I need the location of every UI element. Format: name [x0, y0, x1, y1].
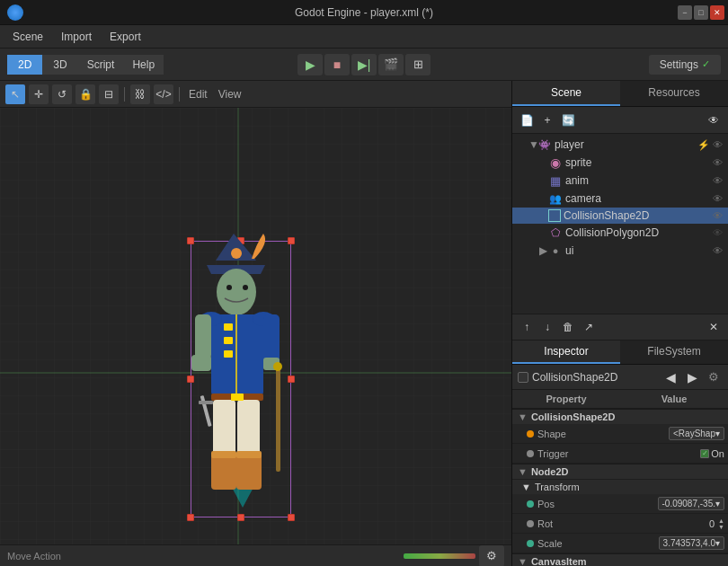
select-tool[interactable]: ↖ — [5, 84, 25, 104]
player-lightning: ⚡ — [697, 139, 710, 151]
section-canvas-item[interactable]: ▼ CanvasItem — [512, 553, 728, 566]
play-button[interactable]: ▶ — [297, 54, 323, 75]
view-mode-tabs: 2D 3D Script Help — [7, 55, 164, 75]
status-right: ⚙ — [404, 545, 504, 567]
anim-label: anim — [565, 174, 713, 187]
val-column-header: Value — [620, 390, 728, 408]
view-label[interactable]: View — [218, 88, 242, 101]
code-tool[interactable]: </> — [154, 84, 173, 104]
svg-point-18 — [273, 362, 282, 371]
sub-section-transform[interactable]: ▼ Transform — [512, 479, 728, 494]
close-button[interactable]: ✕ — [710, 5, 724, 20]
tab-inspector[interactable]: Inspector — [512, 340, 620, 364]
inspector-gear-icon[interactable]: ⚙ — [705, 368, 723, 386]
transform-arrow: ▼ — [521, 482, 531, 492]
tree-item-collision-shape[interactable]: CollisionShape2D 👁 — [512, 208, 728, 224]
tab-3d[interactable]: 3D — [42, 55, 77, 75]
settings-button[interactable]: Settings ✓ — [649, 55, 721, 75]
maximize-button[interactable]: □ — [694, 5, 708, 20]
scene-tabs: Scene Resources — [512, 81, 728, 107]
svg-rect-24 — [211, 451, 236, 458]
anim-vis: 👁 — [713, 175, 723, 186]
viewport-toolbar: ↖ ✛ ↺ 🔒 ⊟ ⛓ </> Edit View — [0, 81, 511, 108]
rot-spinbox[interactable]: ▲ ▼ — [718, 517, 724, 530]
rot-prop-icon — [527, 520, 534, 527]
rotate-tool[interactable]: ↺ — [52, 84, 72, 104]
viewport: ↖ ✛ ↺ 🔒 ⊟ ⛓ </> Edit View — [0, 81, 512, 566]
movie-button[interactable]: 🎬 — [378, 54, 404, 75]
svg-rect-23 — [236, 454, 262, 490]
scene-refresh-icon[interactable]: 🔄 — [559, 111, 577, 129]
audio-meter — [404, 553, 475, 559]
tree-item-anim[interactable]: ▦ anim 👁 — [512, 172, 728, 190]
step-button[interactable]: ▶| — [351, 54, 377, 75]
tab-2d[interactable]: 2D — [7, 55, 42, 75]
scene-add-icon[interactable]: + — [538, 111, 556, 129]
pos-value-dropdown[interactable]: -0.09087,-35.▾ — [658, 497, 725, 510]
anim-icon: ▦ — [548, 173, 563, 188]
lock-tool[interactable]: 🔒 — [75, 84, 95, 104]
scene-tree: ▼ 👾 player ⚡ 👁 ◉ sprite 👁 ▦ a — [512, 134, 728, 314]
scene-close-icon[interactable]: ✕ — [705, 318, 723, 336]
tree-item-collision-polygon[interactable]: ⬠ CollisionPolygon2D 👁 — [512, 224, 728, 242]
scene-new-icon[interactable]: 📄 — [518, 111, 536, 129]
tab-script[interactable]: Script — [78, 55, 124, 75]
svg-rect-8 — [224, 323, 233, 331]
move-tool[interactable]: ✛ — [29, 84, 49, 104]
menu-scene[interactable]: Scene — [4, 28, 52, 46]
svg-rect-9 — [224, 337, 233, 344]
group-tool[interactable]: ⊟ — [99, 84, 119, 104]
tab-help[interactable]: Help — [123, 55, 164, 75]
trigger-prop-label: Trigger — [537, 448, 568, 459]
svg-rect-15 — [263, 314, 280, 364]
tab-scene[interactable]: Scene — [512, 81, 620, 106]
edit-label[interactable]: Edit — [189, 88, 208, 101]
inspector-node-name: CollisionShape2D — [532, 371, 658, 384]
scene-delete-icon[interactable]: 🗑 — [559, 318, 577, 336]
shape-prop-icon — [527, 430, 534, 438]
player-vis: 👁 — [713, 139, 723, 150]
scene-up-icon[interactable]: ↑ — [518, 318, 536, 336]
sprite-icon: ◉ — [548, 155, 563, 170]
tree-item-ui[interactable]: ▶ ● ui 👁 — [512, 242, 728, 260]
section-collision-shape[interactable]: ▼ CollisionShape2D — [512, 409, 728, 424]
inspector-next-button[interactable]: ▶ — [683, 368, 701, 386]
shape-value-dropdown[interactable]: <RayShap▾ — [669, 427, 724, 440]
window-controls: − □ ✕ — [678, 5, 724, 20]
prop-rot: Rot 0 ▲ ▼ — [512, 514, 728, 534]
rot-down-arrow[interactable]: ▼ — [718, 524, 724, 530]
menu-export[interactable]: Export — [101, 28, 150, 46]
section-node2d[interactable]: ▼ Node2D — [512, 464, 728, 479]
collision-polygon-vis: 👁 — [713, 227, 723, 238]
rot-up-arrow[interactable]: ▲ — [718, 517, 724, 524]
svg-rect-26 — [231, 394, 244, 401]
grid-button[interactable]: ⊞ — [405, 54, 431, 75]
inspector-prev-button[interactable]: ◀ — [661, 368, 679, 386]
node-enabled-checkbox[interactable] — [518, 372, 528, 383]
scale-prop-label: Scale — [537, 538, 563, 549]
tree-arrow-player: ▼ — [528, 138, 537, 151]
tree-item-sprite[interactable]: ◉ sprite 👁 — [512, 154, 728, 172]
tree-item-player[interactable]: ▼ 👾 player ⚡ 👁 — [512, 136, 728, 154]
menu-import[interactable]: Import — [52, 28, 101, 46]
settings-gear-icon[interactable]: ⚙ — [479, 545, 504, 567]
stop-button[interactable]: ■ — [324, 54, 350, 75]
transform-label: Transform — [535, 482, 580, 492]
minimize-button[interactable]: − — [678, 5, 692, 20]
tab-filesystem[interactable]: FileSystem — [620, 340, 728, 364]
collision-shape-icon — [548, 209, 561, 222]
scene-vis-icon[interactable]: 👁 — [705, 111, 723, 129]
scene-export-icon[interactable]: ↗ — [580, 318, 598, 336]
main-toolbar: 2D 3D Script Help ▶ ■ ▶| 🎬 ⊞ Settings ✓ — [0, 49, 728, 81]
link-tool[interactable]: ⛓ — [130, 84, 150, 104]
toolbar-separator2 — [179, 87, 180, 102]
viewport-canvas[interactable] — [0, 108, 511, 544]
section-arrow: ▼ — [518, 411, 528, 422]
tab-resources[interactable]: Resources — [620, 81, 728, 106]
scene-toolbar: 📄 + 🔄 👁 — [512, 107, 728, 134]
trigger-checkbox[interactable]: ✓ — [700, 449, 709, 458]
scale-value-dropdown[interactable]: 3.743573,4.0▾ — [659, 536, 724, 550]
tree-item-camera[interactable]: 👥 camera 👁 — [512, 190, 728, 208]
scene-down-icon[interactable]: ↓ — [538, 318, 556, 336]
ui-label: ui — [565, 244, 713, 257]
